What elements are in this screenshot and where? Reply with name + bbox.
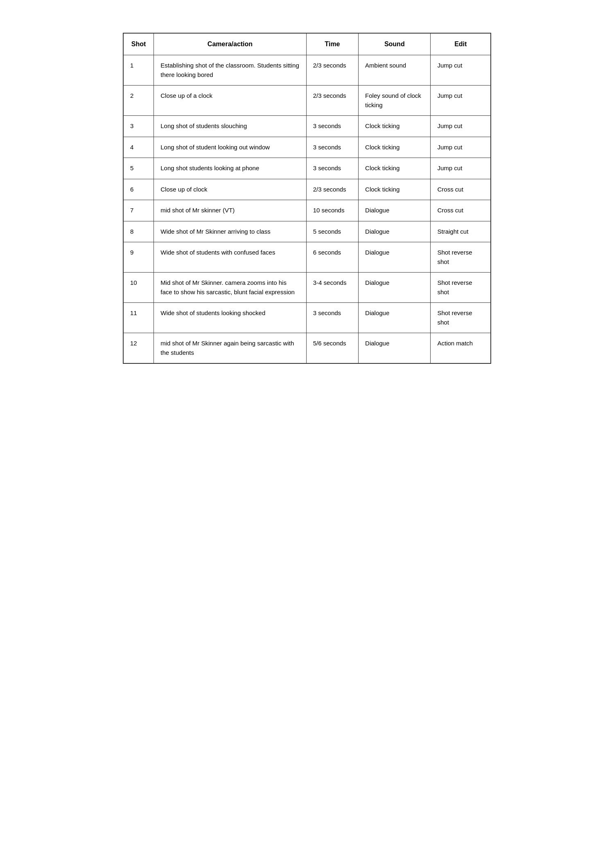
cell-time: 3 seconds [306,158,358,179]
cell-edit: Shot reverse shot [431,242,491,273]
cell-shot: 8 [123,221,154,242]
cell-sound: Foley sound of clock ticking [359,86,431,116]
cell-time: 5 seconds [306,221,358,242]
cell-time: 3 seconds [306,137,358,158]
cell-camera: Wide shot of Mr Skinner arriving to clas… [154,221,306,242]
cell-sound: Clock ticking [359,137,431,158]
cell-shot: 6 [123,179,154,200]
cell-shot: 3 [123,116,154,137]
cell-sound: Clock ticking [359,158,431,179]
cell-time: 5/6 seconds [306,333,358,364]
cell-sound: Ambient sound [359,55,431,86]
header-time: Time [306,33,358,55]
cell-camera: Long shot students looking at phone [154,158,306,179]
cell-time: 6 seconds [306,242,358,273]
table-row: 10Mid shot of Mr Skinner. camera zooms i… [123,273,491,303]
cell-sound: Dialogue [359,273,431,303]
table-row: 6Close up of clock2/3 secondsClock ticki… [123,179,491,200]
cell-sound: Dialogue [359,221,431,242]
cell-edit: Jump cut [431,55,491,86]
cell-edit: Straight cut [431,221,491,242]
cell-time: 3 seconds [306,303,358,333]
cell-shot: 5 [123,158,154,179]
table-row: 2Close up of a clock2/3 secondsFoley sou… [123,86,491,116]
table-row: 9Wide shot of students with confused fac… [123,242,491,273]
cell-edit: Action match [431,333,491,364]
cell-edit: Jump cut [431,86,491,116]
cell-time: 3 seconds [306,116,358,137]
table-header-row: Shot Camera/action Time Sound Edit [123,33,491,55]
cell-edit: Shot reverse shot [431,273,491,303]
cell-time: 2/3 seconds [306,86,358,116]
cell-sound: Dialogue [359,200,431,221]
header-edit: Edit [431,33,491,55]
table-row: 7mid shot of Mr skinner (VT)10 secondsDi… [123,200,491,221]
cell-time: 3-4 seconds [306,273,358,303]
cell-shot: 4 [123,137,154,158]
cell-shot: 12 [123,333,154,364]
cell-sound: Dialogue [359,242,431,273]
cell-time: 10 seconds [306,200,358,221]
cell-edit: Cross cut [431,179,491,200]
cell-edit: Shot reverse shot [431,303,491,333]
cell-sound: Dialogue [359,333,431,364]
table-row: 3Long shot of students slouching3 second… [123,116,491,137]
cell-shot: 7 [123,200,154,221]
cell-sound: Dialogue [359,303,431,333]
cell-camera: Long shot of student looking out window [154,137,306,158]
cell-shot: 9 [123,242,154,273]
cell-sound: Clock ticking [359,179,431,200]
cell-time: 2/3 seconds [306,179,358,200]
cell-camera: mid shot of Mr skinner (VT) [154,200,306,221]
cell-camera: Establishing shot of the classroom. Stud… [154,55,306,86]
table-row: 1Establishing shot of the classroom. Stu… [123,55,491,86]
cell-camera: Mid shot of Mr Skinner. camera zooms int… [154,273,306,303]
cell-camera: mid shot of Mr Skinner again being sarca… [154,333,306,364]
cell-camera: Close up of a clock [154,86,306,116]
cell-shot: 11 [123,303,154,333]
cell-edit: Jump cut [431,137,491,158]
table-row: 8Wide shot of Mr Skinner arriving to cla… [123,221,491,242]
table-row: 4Long shot of student looking out window… [123,137,491,158]
cell-camera: Close up of clock [154,179,306,200]
cell-edit: Jump cut [431,158,491,179]
cell-shot: 2 [123,86,154,116]
table-row: 12mid shot of Mr Skinner again being sar… [123,333,491,364]
cell-shot: 10 [123,273,154,303]
shot-list-table: Shot Camera/action Time Sound Edit 1Esta… [123,33,491,364]
header-shot: Shot [123,33,154,55]
page-container: Shot Camera/action Time Sound Edit 1Esta… [123,33,491,364]
cell-sound: Clock ticking [359,116,431,137]
cell-camera: Wide shot of students looking shocked [154,303,306,333]
cell-camera: Long shot of students slouching [154,116,306,137]
cell-time: 2/3 seconds [306,55,358,86]
cell-camera: Wide shot of students with confused face… [154,242,306,273]
cell-edit: Jump cut [431,116,491,137]
cell-edit: Cross cut [431,200,491,221]
cell-shot: 1 [123,55,154,86]
header-sound: Sound [359,33,431,55]
table-row: 11Wide shot of students looking shocked3… [123,303,491,333]
table-row: 5Long shot students looking at phone3 se… [123,158,491,179]
header-camera: Camera/action [154,33,306,55]
